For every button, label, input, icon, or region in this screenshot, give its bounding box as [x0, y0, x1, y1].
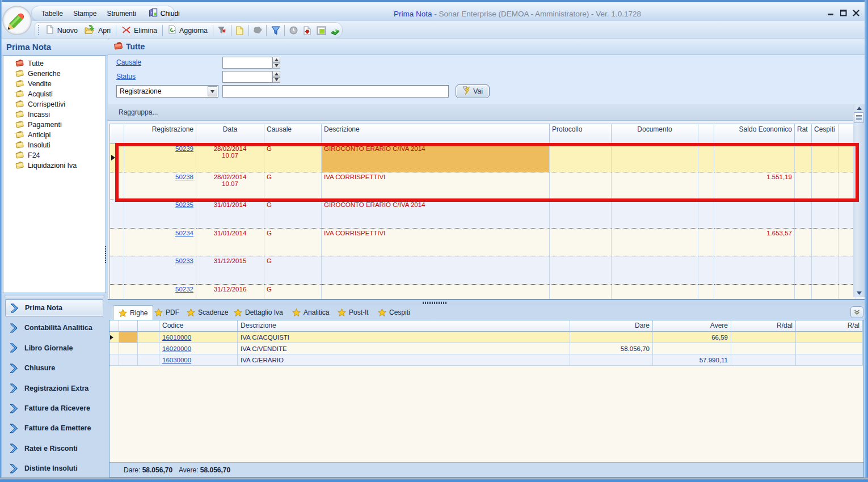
- detail-cell-gutter-row0[interactable]: [109, 332, 119, 343]
- detail-cell-sel-row2[interactable]: [119, 354, 138, 366]
- registrazione-link[interactable]: 50232: [175, 286, 193, 293]
- records-grid-header-documento[interactable]: Documento: [612, 124, 698, 144]
- nav-item-ratei-e-risconti[interactable]: Ratei e Risconti: [5, 440, 103, 457]
- book-button[interactable]: [328, 24, 342, 37]
- records-cell-saldo_economico-row4[interactable]: [714, 256, 795, 285]
- toolbar-drag-handle[interactable]: [37, 25, 40, 36]
- records-cell-documento-row2[interactable]: [612, 200, 698, 229]
- causale-link[interactable]: Causale: [116, 58, 141, 66]
- detail-cell-codice-row1[interactable]: 16020000: [159, 343, 238, 354]
- detail-cell-descrizione-row1[interactable]: IVA C/VENDITE: [238, 343, 570, 354]
- records-cell-protocollo-row3[interactable]: [550, 229, 612, 257]
- records-grid-header-registrazione[interactable]: Registrazione: [124, 124, 196, 144]
- elimina-button[interactable]: Elimina: [118, 24, 161, 37]
- monitor-button[interactable]: [314, 24, 328, 37]
- detail-cell-avere-row0[interactable]: 66,59: [653, 332, 731, 343]
- tab-pdf[interactable]: PDF: [149, 305, 184, 320]
- registrazione-link[interactable]: 50234: [175, 230, 193, 236]
- causale-input[interactable]: [222, 57, 272, 69]
- detail-grid-header-ral[interactable]: R/al: [796, 320, 863, 332]
- records-cell-registrazione-row4[interactable]: 50233: [124, 256, 196, 285]
- detail-cell-dare-row2[interactable]: [570, 354, 653, 366]
- tree-item-incassi[interactable]: Incassi: [3, 109, 106, 120]
- app-orb-pencil-icon[interactable]: [1, 5, 33, 36]
- records-cell-data-row4[interactable]: 31/12/2015: [196, 256, 264, 285]
- nav-item-chiusure[interactable]: Chiusure: [5, 360, 103, 377]
- horizontal-splitter[interactable]: [108, 299, 865, 305]
- tab-overflow-button[interactable]: [850, 306, 863, 318]
- records-cell-protocollo-row4[interactable]: [550, 256, 612, 285]
- records-cell-documento-row4[interactable]: [612, 256, 698, 285]
- detail-cell-rdal-row2[interactable]: [731, 354, 796, 366]
- detail-cell-ral-row1[interactable]: [796, 343, 863, 354]
- apri-button[interactable]: Apri: [81, 24, 114, 37]
- detail-cell-avere-row2[interactable]: 57.990,11: [653, 354, 731, 366]
- records-cell-cespiti-row3[interactable]: [812, 229, 838, 257]
- tree-item-acquisti[interactable]: Acquisti: [3, 89, 106, 99]
- spin-down-icon[interactable]: [272, 77, 280, 83]
- filter-button[interactable]: [268, 24, 283, 37]
- detail-cell-gutter-row1[interactable]: [109, 343, 119, 354]
- records-cell-cespiti-row4[interactable]: [812, 256, 838, 285]
- registrazione-link[interactable]: 50233: [175, 257, 193, 264]
- aggiorna-button[interactable]: Aggiorna: [165, 24, 211, 37]
- tree-item-anticipi[interactable]: Anticipi: [3, 130, 106, 140]
- detail-cell-gutter-row2[interactable]: [109, 354, 119, 366]
- tree-item-corrispettivi[interactable]: Corrispettivi: [3, 99, 106, 109]
- records-cell-descrizione-row2[interactable]: GIROCONTO ERARIO C/IVA 2014: [322, 200, 550, 229]
- tab-post-it[interactable]: Post-It: [332, 305, 374, 320]
- spin-up-icon[interactable]: [272, 71, 280, 77]
- records-cell-causale-row4[interactable]: G: [264, 256, 322, 285]
- detail-grid-header-rdal[interactable]: R/dal: [731, 320, 796, 332]
- records-cell-causale-row2[interactable]: G: [264, 200, 322, 229]
- records-grid-header-descrizione[interactable]: Descrizione: [322, 124, 550, 144]
- records-grid-header-protocollo[interactable]: Protocollo: [550, 124, 612, 144]
- nav-item-distinte-insoluti[interactable]: Distinte Insoluti: [5, 460, 103, 477]
- records-cell-documento-row3[interactable]: [612, 229, 698, 257]
- records-cell-gutter-row2[interactable]: [110, 200, 124, 229]
- group-by-bar[interactable]: Raggruppa...: [108, 104, 865, 121]
- codice-link[interactable]: 16030000: [162, 357, 191, 363]
- tree-item-vendite[interactable]: Vendite: [3, 79, 106, 89]
- records-cell-data-row3[interactable]: 31/01/2014: [196, 229, 264, 257]
- detail-cell-codice-row2[interactable]: 16030000: [159, 354, 238, 366]
- status-spinner[interactable]: [272, 71, 280, 83]
- detail-cell-sel-row0[interactable]: [119, 332, 138, 343]
- detail-cell-avere-row1[interactable]: [653, 343, 731, 354]
- export-page-button[interactable]: [300, 24, 314, 37]
- minimize-button[interactable]: [827, 8, 835, 18]
- records-cell-protocollo-row2[interactable]: [550, 200, 612, 229]
- stamp-button[interactable]: [251, 24, 265, 37]
- codice-link[interactable]: 16010000: [162, 334, 191, 341]
- detail-cell-rdal-row1[interactable]: [731, 343, 796, 354]
- tree-item-pagamenti[interactable]: Pagamenti: [3, 120, 106, 130]
- records-cell-gutter-row3[interactable]: [110, 229, 124, 257]
- maximize-button[interactable]: [839, 8, 848, 18]
- detail-cell-codice-row0[interactable]: 16010000: [159, 332, 238, 343]
- tab-scadenze[interactable]: Scadenze: [182, 305, 233, 320]
- detail-cell-dare-row0[interactable]: [570, 332, 653, 343]
- dropdown-arrow-icon[interactable]: [208, 86, 217, 96]
- records-cell-saldo_economico-row2[interactable]: [714, 200, 795, 229]
- tree-item-liquidazioni-iva[interactable]: Liquidazioni Iva: [3, 160, 106, 171]
- search-input[interactable]: [222, 85, 449, 98]
- records-cell-descrizione-row4[interactable]: [322, 256, 550, 285]
- nav-item-contabilit-analitica[interactable]: Contabilità Analitica: [5, 319, 103, 336]
- menu-stampe[interactable]: Stampe: [68, 10, 102, 18]
- tab-analitica[interactable]: Analitica: [287, 305, 334, 320]
- nav-item-registrazioni-extra[interactable]: Registrazioni Extra: [5, 380, 103, 397]
- scrollbar-thumb[interactable]: [854, 112, 864, 123]
- detail-cell-dare-row1[interactable]: 58.056,70: [570, 343, 653, 354]
- detail-grid-header-codice[interactable]: Codice: [159, 320, 238, 332]
- detail-cell-ral-row0[interactable]: [796, 332, 863, 343]
- detail-cell-descrizione-row2[interactable]: IVA C/ERARIO: [238, 354, 570, 366]
- records-cell-data-row2[interactable]: 31/01/2014: [196, 200, 264, 229]
- records-grid-header-data[interactable]: Data: [196, 124, 264, 144]
- splitter-grip-dots[interactable]: [423, 302, 448, 304]
- vertical-splitter-handle[interactable]: [104, 246, 107, 264]
- tree-item-insoluti[interactable]: Insoluti: [3, 140, 106, 150]
- tab-dettaglio-iva[interactable]: Dettaglio Iva: [229, 305, 288, 320]
- status-input[interactable]: [222, 71, 272, 83]
- tree-item-generiche[interactable]: Generiche: [3, 69, 106, 79]
- detail-grid-header-dare[interactable]: Dare: [570, 320, 653, 332]
